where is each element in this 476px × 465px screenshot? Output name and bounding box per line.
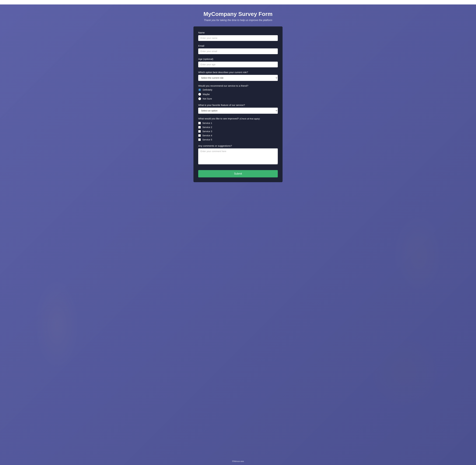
improve-label: What would you like to see improved? (Ch… xyxy=(198,117,278,120)
email-input[interactable] xyxy=(198,48,278,54)
comments-group: Any comments or suggestions? xyxy=(198,144,278,165)
recommend-label: Would you recommend our service to a fri… xyxy=(198,85,278,87)
checkbox-service4-label: Service 4 xyxy=(202,134,212,137)
survey-form-container: Name Email Age (optional) Which option b… xyxy=(193,26,283,182)
checkbox-service4[interactable] xyxy=(198,134,201,137)
checkbox-service2[interactable] xyxy=(198,126,201,128)
page-subtitle: Thank you for taking the time to help us… xyxy=(3,19,473,22)
checkbox-service1[interactable] xyxy=(198,122,201,124)
improve-checkbox-group: Service 1 Service 2 Service 3 Service 4 … xyxy=(198,122,278,141)
age-group: Age (optional) xyxy=(198,58,278,67)
email-group: Email xyxy=(198,44,278,54)
radio-definitely-label: Definitely xyxy=(203,89,213,91)
recommend-group: Would you recommend our service to a fri… xyxy=(198,85,278,100)
radio-not-sure-label: Not Sure xyxy=(203,97,212,100)
radio-item-maybe[interactable]: Maybe xyxy=(198,93,278,96)
name-input[interactable] xyxy=(198,35,278,41)
radio-maybe-label: Maybe xyxy=(203,93,210,95)
page-header: MyCompany Survey Form Thank you for taki… xyxy=(0,4,476,26)
feature-select[interactable]: Select an option Service 1 Service 2 Ser… xyxy=(198,108,278,114)
checkbox-item-service1[interactable]: Service 1 xyxy=(198,122,278,124)
top-bar xyxy=(0,0,476,4)
improve-check-note: (Check all that apply) xyxy=(240,117,260,120)
role-group: Which option best describes your current… xyxy=(198,71,278,81)
checkbox-service3[interactable] xyxy=(198,130,201,133)
feature-label: What is your favorite feature of our ser… xyxy=(198,104,278,106)
checkbox-service5[interactable] xyxy=(198,138,201,141)
footer-text: ©Nimus-oes xyxy=(232,460,244,463)
radio-definitely[interactable] xyxy=(198,88,201,91)
checkbox-item-service4[interactable]: Service 4 xyxy=(198,134,278,137)
comments-label: Any comments or suggestions? xyxy=(198,144,278,147)
footer: ©Nimus-oes xyxy=(0,457,476,465)
role-label: Which option best describes your current… xyxy=(198,71,278,74)
radio-not-sure[interactable] xyxy=(198,97,201,100)
name-label: Name xyxy=(198,31,278,34)
improve-group: What would you like to see improved? (Ch… xyxy=(198,117,278,141)
comments-textarea[interactable] xyxy=(198,148,278,164)
checkbox-service2-label: Service 2 xyxy=(202,126,212,128)
radio-maybe[interactable] xyxy=(198,93,201,96)
page-title: MyCompany Survey Form xyxy=(3,11,473,17)
feature-group: What is your favorite feature of our ser… xyxy=(198,104,278,114)
checkbox-item-service3[interactable]: Service 3 xyxy=(198,130,278,133)
checkbox-service1-label: Service 1 xyxy=(202,122,212,124)
radio-item-not-sure[interactable]: Not Sure xyxy=(198,97,278,100)
radio-item-definitely[interactable]: Definitely xyxy=(198,88,278,91)
name-group: Name xyxy=(198,31,278,41)
checkbox-item-service5[interactable]: Service 5 xyxy=(198,138,278,141)
submit-button[interactable]: Submit xyxy=(198,170,278,177)
email-label: Email xyxy=(198,44,278,47)
checkbox-service5-label: Service 5 xyxy=(202,138,212,141)
checkbox-service3-label: Service 3 xyxy=(202,130,212,133)
role-select[interactable]: Select the current role Student Develope… xyxy=(198,75,278,81)
age-label: Age (optional) xyxy=(198,58,278,60)
age-input[interactable] xyxy=(198,62,278,67)
recommend-radio-group: Definitely Maybe Not Sure xyxy=(198,88,278,100)
checkbox-item-service2[interactable]: Service 2 xyxy=(198,126,278,128)
